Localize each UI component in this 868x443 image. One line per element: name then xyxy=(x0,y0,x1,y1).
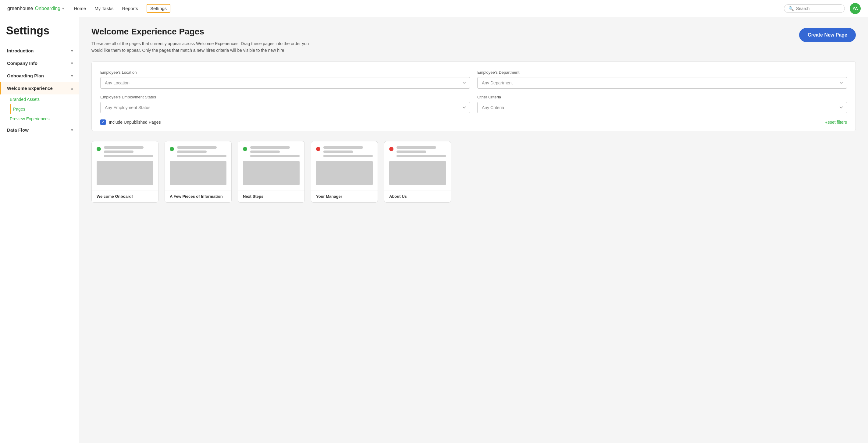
sidebar-chevron-company-info-icon: ▾ xyxy=(71,61,73,65)
card-thumbnail-0 xyxy=(97,161,153,185)
filter-row-1: Employee's Location Any Location Employe… xyxy=(100,70,847,89)
card-body-4 xyxy=(384,141,451,185)
page-card-3[interactable]: Your Manager xyxy=(311,141,378,202)
page-layout: Settings Introduction ▾ Company Info ▾ O… xyxy=(0,17,868,443)
nav-home[interactable]: Home xyxy=(74,6,86,11)
card-body-0 xyxy=(92,141,158,185)
sidebar-chevron-onboarding-plan-icon: ▾ xyxy=(71,74,73,78)
sidebar-item-introduction-label: Introduction xyxy=(7,48,33,53)
include-unpublished-checkbox[interactable]: ✓ xyxy=(100,120,106,125)
main-content: Welcome Experience Pages These are all o… xyxy=(79,17,868,443)
card-line-4-3 xyxy=(397,155,446,157)
sidebar-item-onboarding-plan[interactable]: Onboarding Plan ▾ xyxy=(0,69,79,82)
card-line-1-2 xyxy=(177,151,207,153)
sidebar-item-data-flow[interactable]: Data Flow ▾ xyxy=(0,124,79,136)
nav-links: Home My Tasks Reports Settings xyxy=(74,4,774,13)
card-status-row-2 xyxy=(243,146,300,157)
brand-logo[interactable]: greenhouse Onboarding ▾ xyxy=(7,6,64,11)
card-footer-0: Welcome Onboard! xyxy=(92,190,158,202)
card-status-row-0 xyxy=(97,146,153,157)
sidebar-subitem-pages[interactable]: Pages xyxy=(10,104,79,114)
sidebar-item-onboarding-plan-label: Onboarding Plan xyxy=(7,73,44,78)
sidebar-subitem-branded-assets[interactable]: Branded Assets xyxy=(10,94,79,104)
card-lines-4 xyxy=(397,146,446,157)
page-card-1[interactable]: A Few Pieces of Information xyxy=(164,141,231,202)
card-body-2 xyxy=(238,141,305,185)
card-line-2-1 xyxy=(250,146,290,149)
filter-label-department: Employee's Department xyxy=(477,70,847,75)
card-status-row-1 xyxy=(170,146,226,157)
nav-settings[interactable]: Settings xyxy=(147,4,170,13)
status-dot-1 xyxy=(170,147,174,151)
card-body-1 xyxy=(165,141,231,185)
card-lines-3 xyxy=(323,146,373,157)
sidebar: Settings Introduction ▾ Company Info ▾ O… xyxy=(0,17,79,443)
sidebar-item-introduction[interactable]: Introduction ▾ xyxy=(0,44,79,57)
card-thumbnail-2 xyxy=(243,161,300,185)
card-line-3-2 xyxy=(323,151,353,153)
card-title-1: A Few Pieces of Information xyxy=(170,194,223,199)
filter-group-location: Employee's Location Any Location xyxy=(100,70,470,89)
sidebar-chevron-welcome-experience-icon: ▴ xyxy=(71,86,73,91)
card-line-3-1 xyxy=(323,146,363,149)
card-thumbnail-3 xyxy=(316,161,373,185)
card-line-0-1 xyxy=(104,146,144,149)
sidebar-item-welcome-experience[interactable]: Welcome Experience ▴ xyxy=(0,82,79,94)
search-box[interactable]: 🔍 xyxy=(784,4,845,13)
sidebar-item-data-flow-label: Data Flow xyxy=(7,127,29,132)
status-dot-2 xyxy=(243,147,247,151)
card-line-2-3 xyxy=(250,155,300,157)
filter-panel: Employee's Location Any Location Employe… xyxy=(91,61,856,131)
card-thumbnail-4 xyxy=(389,161,446,185)
card-status-row-3 xyxy=(316,146,373,157)
filter-label-location: Employee's Location xyxy=(100,70,470,75)
status-dot-4 xyxy=(389,147,394,151)
card-footer-2: Next Steps xyxy=(238,190,305,202)
filter-select-department[interactable]: Any Department xyxy=(477,77,847,89)
sidebar-item-company-info-label: Company Info xyxy=(7,61,37,66)
card-line-0-2 xyxy=(104,151,133,153)
filter-group-employment: Employee's Employment Status Any Employm… xyxy=(100,95,470,113)
filter-group-other: Other Criteria Any Criteria xyxy=(477,95,847,113)
include-unpublished-row: ✓ Include Unpublished Pages xyxy=(100,120,161,125)
filter-select-location[interactable]: Any Location xyxy=(100,77,470,89)
card-title-2: Next Steps xyxy=(243,194,263,199)
sidebar-item-company-info[interactable]: Company Info ▾ xyxy=(0,57,79,69)
page-card-2[interactable]: Next Steps xyxy=(238,141,305,202)
nav-reports[interactable]: Reports xyxy=(122,6,138,11)
content-description: These are all of the pages that currentl… xyxy=(91,40,311,54)
avatar[interactable]: YA xyxy=(850,3,861,14)
sidebar-chevron-introduction-icon: ▾ xyxy=(71,49,73,53)
brand-chevron-icon: ▾ xyxy=(62,6,64,11)
filter-select-employment[interactable]: Any Employment Status xyxy=(100,102,470,113)
page-card-4[interactable]: About Us xyxy=(384,141,451,202)
search-icon: 🔍 xyxy=(788,6,794,11)
card-title-3: Your Manager xyxy=(316,194,342,199)
sidebar-subitem-preview-experiences[interactable]: Preview Experiences xyxy=(10,114,79,124)
filter-select-other[interactable]: Any Criteria xyxy=(477,102,847,113)
top-nav: greenhouse Onboarding ▾ Home My Tasks Re… xyxy=(0,0,868,17)
create-new-page-button[interactable]: Create New Page xyxy=(799,28,856,42)
card-lines-2 xyxy=(250,146,300,157)
content-title: Welcome Experience Pages xyxy=(91,27,311,37)
card-title-4: About Us xyxy=(389,194,407,199)
filter-label-other: Other Criteria xyxy=(477,95,847,99)
status-dot-3 xyxy=(316,147,320,151)
card-line-3-3 xyxy=(323,155,373,157)
card-line-1-3 xyxy=(177,155,226,157)
nav-my-tasks[interactable]: My Tasks xyxy=(94,6,113,11)
sidebar-subitem-pages-label: Pages xyxy=(13,107,25,112)
sidebar-chevron-data-flow-icon: ▾ xyxy=(71,128,73,132)
card-status-row-4 xyxy=(389,146,446,157)
search-input[interactable] xyxy=(796,6,840,11)
content-header: Welcome Experience Pages These are all o… xyxy=(91,27,856,54)
page-card-0[interactable]: Welcome Onboard! xyxy=(91,141,158,202)
reset-filters-link[interactable]: Reset filters xyxy=(825,120,847,125)
filter-group-department: Employee's Department Any Department xyxy=(477,70,847,89)
sidebar-subitem-preview-experiences-label: Preview Experiences xyxy=(10,116,50,121)
card-footer-3: Your Manager xyxy=(311,190,378,202)
card-thumbnail-1 xyxy=(170,161,226,185)
content-header-text: Welcome Experience Pages These are all o… xyxy=(91,27,311,54)
include-unpublished-label: Include Unpublished Pages xyxy=(109,120,161,125)
card-footer-1: A Few Pieces of Information xyxy=(165,190,231,202)
